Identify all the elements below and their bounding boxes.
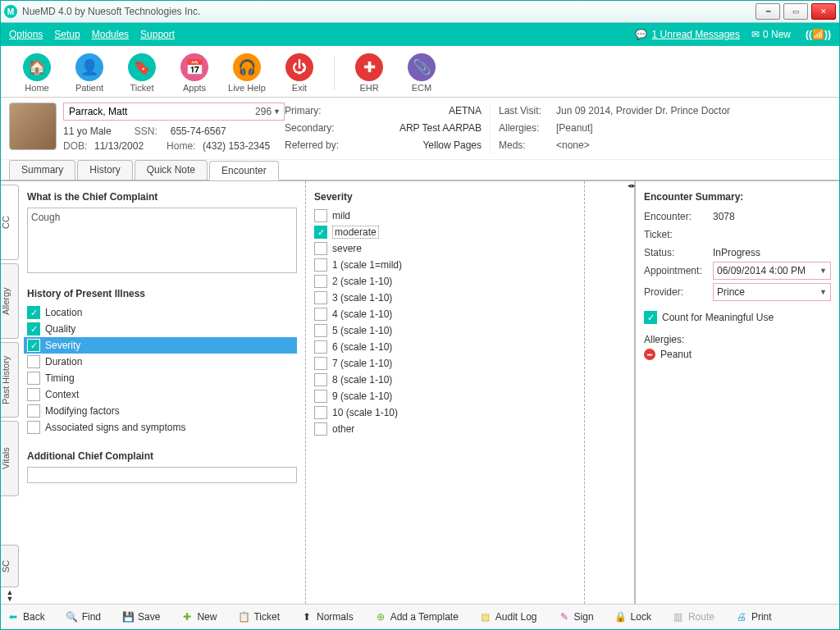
tab-summary[interactable]: Summary xyxy=(9,160,75,180)
ehr-button[interactable]: ✚EHR xyxy=(343,53,395,93)
severity-item[interactable]: 7 (scale 1-10) xyxy=(314,355,576,372)
hpi-item[interactable]: Timing xyxy=(27,370,297,386)
patient-button[interactable]: 👤Patient xyxy=(63,53,116,93)
checkbox-icon xyxy=(314,258,327,272)
ticket-icon: 📋 xyxy=(238,611,249,623)
severity-item[interactable]: 3 (scale 1-10) xyxy=(314,290,576,306)
new-button[interactable]: ✚New xyxy=(181,611,217,623)
severity-item[interactable]: 1 (scale 1=mild) xyxy=(314,257,576,273)
severity-item[interactable]: 9 (scale 1-10) xyxy=(314,388,576,404)
severity-item[interactable]: 10 (scale 1-10) xyxy=(314,404,576,421)
lastvisit-label: Last Visit: xyxy=(499,103,556,120)
checkbox-icon xyxy=(314,308,327,321)
menu-options[interactable]: Options xyxy=(9,29,43,40)
home-button[interactable]: 🏠Home xyxy=(11,53,63,93)
sync-icon[interactable]: ((📶)) xyxy=(806,29,831,40)
sidetab-cc[interactable]: CC xyxy=(1,185,19,260)
avatar[interactable] xyxy=(9,103,57,150)
hpi-item[interactable]: ✓Location xyxy=(27,304,297,321)
ticket-button-footer[interactable]: 📋Ticket xyxy=(238,611,280,623)
sidetab-sc[interactable]: SC xyxy=(1,545,19,587)
minimize-button[interactable]: ━ xyxy=(756,3,780,20)
close-button[interactable]: ✕ xyxy=(811,3,836,20)
checkbox-icon: ✓ xyxy=(314,226,327,239)
checkbox-icon xyxy=(27,421,40,434)
patient-band: 296 ▼ 11 yo Male SSN: 655-74-6567 DOB: 1… xyxy=(1,98,839,160)
sidetab-allergy[interactable]: Allergy xyxy=(1,263,19,339)
severity-item-label: 3 (scale 1-10) xyxy=(332,292,392,304)
status-value: InProgress xyxy=(713,244,760,262)
hpi-item[interactable]: Associated signs and symptoms xyxy=(27,419,297,436)
hpi-item[interactable]: Modifying factors xyxy=(27,403,297,419)
hpi-item[interactable]: ✓Quality xyxy=(27,321,297,337)
audit-log-button[interactable]: ▤Audit Log xyxy=(480,611,537,623)
exit-button[interactable]: ⏻Exit xyxy=(273,53,326,93)
hpi-item-label: Modifying factors xyxy=(45,405,120,417)
ticket-button[interactable]: 🔖Ticket xyxy=(116,53,168,93)
home-icon: 🏠 xyxy=(23,53,51,81)
sign-button[interactable]: ✎Sign xyxy=(559,611,594,623)
severity-item-label: moderate xyxy=(332,226,379,239)
addl-heading: Additional Chief Complaint xyxy=(27,450,297,462)
sidetab-pasthistory[interactable]: Past History xyxy=(1,342,19,418)
meaningful-use-checkbox[interactable]: ✓Count for Meaningful Use xyxy=(644,309,831,326)
route-icon: ▥ xyxy=(673,611,684,623)
tab-history[interactable]: History xyxy=(77,160,132,180)
addl-complaint-input[interactable] xyxy=(27,467,297,483)
hpi-item[interactable]: Context xyxy=(27,386,297,403)
severity-item[interactable]: 6 (scale 1-10) xyxy=(314,339,576,355)
menu-setup[interactable]: Setup xyxy=(54,29,80,40)
back-button[interactable]: ⬅Back xyxy=(7,611,45,623)
hpi-heading: History of Present Illness xyxy=(27,288,297,299)
find-button[interactable]: 🔍Find xyxy=(66,611,101,623)
tab-quicknote[interactable]: Quick Note xyxy=(135,160,208,180)
severity-item-label: 2 (scale 1-10) xyxy=(332,276,392,287)
maximize-button[interactable]: ▭ xyxy=(783,3,808,20)
save-button[interactable]: 💾Save xyxy=(122,611,160,623)
ecm-button[interactable]: 📎ECM xyxy=(395,53,448,93)
new-messages[interactable]: 0 New xyxy=(763,29,791,40)
severity-item[interactable]: 5 (scale 1-10) xyxy=(314,322,576,339)
patient-selector[interactable]: 296 ▼ xyxy=(63,103,285,121)
menu-modules[interactable]: Modules xyxy=(92,29,129,40)
unread-messages[interactable]: 1 Unread Messages xyxy=(652,29,740,40)
body: CC Allergy Past History Vitals SC ▲▼ Wha… xyxy=(1,181,839,604)
tabstrip: Summary History Quick Note Encounter xyxy=(1,160,839,181)
hpi-item-label: Context xyxy=(45,389,79,400)
livehelp-button[interactable]: 🎧Live Help xyxy=(221,53,273,93)
splitter[interactable] xyxy=(585,181,636,604)
hpi-item[interactable]: Duration xyxy=(27,354,297,370)
severity-item[interactable]: 2 (scale 1-10) xyxy=(314,273,576,290)
chief-complaint-text[interactable]: Cough xyxy=(27,208,297,273)
severity-item[interactable]: mild xyxy=(314,208,576,224)
severity-item[interactable]: severe xyxy=(314,240,576,257)
patient-name-input[interactable] xyxy=(67,105,255,118)
normals-button[interactable]: ⬆Normals xyxy=(301,611,354,623)
severity-item[interactable]: 8 (scale 1-10) xyxy=(314,372,576,388)
chevron-down-icon: ▼ xyxy=(819,262,827,280)
severity-item[interactable]: other xyxy=(314,421,576,437)
app-icon: M xyxy=(4,5,17,18)
severity-item[interactable]: ✓moderate xyxy=(314,224,576,240)
severity-item-label: 5 (scale 1-10) xyxy=(332,325,392,336)
tab-encounter[interactable]: Encounter xyxy=(209,161,279,180)
calendar-icon: 📅 xyxy=(180,53,208,81)
severity-item[interactable]: 4 (scale 1-10) xyxy=(314,306,576,322)
provider-select[interactable]: Prince▼ xyxy=(713,283,831,301)
menu-support[interactable]: Support xyxy=(140,29,175,40)
checkbox-icon: ✓ xyxy=(27,339,40,352)
app-window: M NueMD 4.0 by Nuesoft Technologies Inc.… xyxy=(0,0,840,630)
hpi-item[interactable]: ✓Severity xyxy=(24,337,297,354)
appointment-select[interactable]: 06/09/2014 4:00 PM▼ xyxy=(713,262,831,280)
sidetab-scroll[interactable]: ▲▼ xyxy=(1,587,19,604)
checkbox-icon xyxy=(314,291,327,304)
print-button[interactable]: 🖨Print xyxy=(736,611,772,623)
checkbox-icon: ✓ xyxy=(27,306,40,319)
lock-button[interactable]: 🔒Lock xyxy=(615,611,651,623)
sidetab-vitals[interactable]: Vitals xyxy=(1,421,19,496)
appts-button[interactable]: 📅Appts xyxy=(168,53,221,93)
add-template-button[interactable]: ⊕Add a Template xyxy=(375,611,459,623)
checkbox-icon xyxy=(314,209,327,222)
new-icon: ✚ xyxy=(181,611,193,623)
route-button: ▥Route xyxy=(673,611,714,623)
